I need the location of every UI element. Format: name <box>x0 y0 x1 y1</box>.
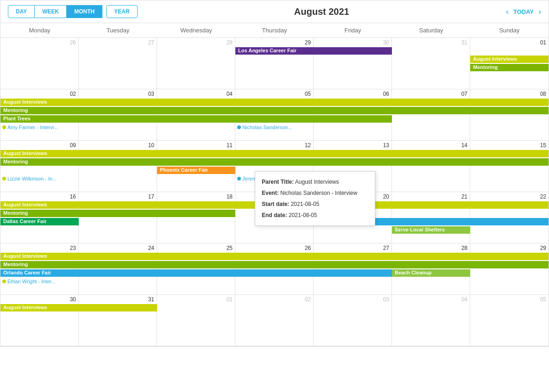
week-row-5: 23 24 25 26 27 28 29 August Interviews M… <box>0 243 549 295</box>
event-mentoring-w4[interactable]: Mentoring <box>0 210 235 217</box>
day-cell: 13 <box>314 141 392 192</box>
calendar-title: August 2021 <box>138 6 506 17</box>
dot-amy-farmer <box>2 125 6 129</box>
header-sunday: Sunday <box>470 23 549 37</box>
day-cell: 10 <box>79 141 157 192</box>
event-aug-interviews-w6[interactable]: August Interviews <box>0 304 157 311</box>
day-cell: 12 <box>235 141 314 192</box>
event-jeremiah[interactable]: Jeremiah... <box>237 175 394 182</box>
week-row-3: 09 10 11 12 13 14 15 August Interviews M… <box>0 141 549 192</box>
event-ethan-wright[interactable]: Ethan Wright - Inter... <box>2 278 79 285</box>
day-cell: 24 <box>79 243 157 294</box>
day-cell: 02 <box>235 295 314 346</box>
day-cell: 17 <box>79 192 157 243</box>
day-cell: 14 <box>392 141 470 192</box>
header-wednesday: Wednesday <box>157 23 235 37</box>
event-dallas-career-fair[interactable]: Dallas Career Fair <box>0 218 79 225</box>
day-cell: 11 <box>157 141 235 192</box>
today-button[interactable]: TODAY <box>513 8 534 15</box>
week-row-2: 02 03 04 05 06 07 08 August Interviews M… <box>0 89 549 141</box>
day-cell: 04 <box>157 89 235 140</box>
day-cell: 03 <box>314 295 392 346</box>
day-cell: 23 <box>0 243 79 294</box>
event-aug-interviews-w5[interactable]: August Interviews <box>0 253 549 260</box>
day-cell: 04 <box>392 295 470 346</box>
event-lizzie-wilkinson[interactable]: Lizzie Wilkinson - In... <box>2 175 79 182</box>
day-cell: 31 <box>392 38 470 89</box>
event-phoenix-career-fair[interactable]: Phoenix Career Fair <box>157 167 235 174</box>
next-button[interactable]: › <box>538 7 541 17</box>
dot-nicholas <box>237 125 241 129</box>
day-cell: 27 <box>314 243 392 294</box>
event-aug-interviews-w2[interactable]: August Interviews <box>0 99 549 106</box>
view-selector: DAY WEEK MONTH YEAR <box>8 5 138 18</box>
day-cell: 25 <box>157 243 235 294</box>
day-cell: 26 <box>235 243 314 294</box>
week-view-button[interactable]: WEEK <box>35 5 67 18</box>
day-cell: 07 <box>392 89 470 140</box>
event-la-career-fair[interactable]: Los Angeles Career Fair <box>235 47 392 55</box>
week-row-4: 16 17 18 19 20 21 22 August Interviews M… <box>0 192 549 243</box>
day-cell: 09 <box>0 141 79 192</box>
day-cell: 19 <box>235 192 314 243</box>
event-aug-interviews-w4[interactable]: August Interviews <box>0 201 549 209</box>
event-amy-farmer[interactable]: Amy Farmer - Intervi... <box>2 124 79 131</box>
prev-button[interactable]: ‹ <box>506 7 509 17</box>
day-cell: 27 <box>79 38 157 89</box>
day-cell: 28 <box>392 243 470 294</box>
day-cell: 05 <box>235 89 314 140</box>
event-mentoring-w3[interactable]: Mentoring <box>0 158 549 166</box>
day-cell: 26 <box>0 38 79 89</box>
day-cell: 05 <box>470 295 549 346</box>
day-cell: 20 <box>314 192 392 243</box>
event-orlando-career-fair-w5[interactable]: Orlando Career Fair <box>0 269 392 277</box>
day-cell: 16 <box>0 192 79 243</box>
event-mentoring-w2[interactable]: Mentoring <box>0 107 549 114</box>
calendar-body: 26 27 28 29 30 31 01 Los Angeles Career … <box>0 38 549 346</box>
header-saturday: Saturday <box>392 23 470 37</box>
event-nicholas-sanderson[interactable]: Nicholas Sanderson... <box>237 124 314 131</box>
day-view-button[interactable]: DAY <box>8 5 35 18</box>
header-thursday: Thursday <box>235 23 314 37</box>
day-cell: 22 <box>470 192 549 243</box>
day-cell: 29 <box>235 38 314 89</box>
event-mentoring-w1[interactable]: Mentoring <box>470 64 549 71</box>
header-tuesday: Tuesday <box>79 23 157 37</box>
event-plant-trees[interactable]: Plant Trees <box>0 115 392 123</box>
calendar-header: DAY WEEK MONTH YEAR August 2021 ‹ TODAY … <box>0 0 549 23</box>
calendar-container: DAY WEEK MONTH YEAR August 2021 ‹ TODAY … <box>0 0 549 347</box>
day-cell: 03 <box>79 89 157 140</box>
day-cell: 31 <box>79 295 157 346</box>
day-cell: 08 <box>470 89 549 140</box>
day-cell: 29 <box>470 243 549 294</box>
day-cell: 18 <box>157 192 235 243</box>
navigation-controls: ‹ TODAY › <box>506 7 541 17</box>
header-monday: Monday <box>0 23 79 37</box>
month-view-button[interactable]: MONTH <box>67 5 102 18</box>
day-cell: 21 <box>392 192 470 243</box>
day-cell: 01 <box>470 38 549 89</box>
event-aug-interviews-w1[interactable]: August Interviews <box>470 56 549 63</box>
event-orlando-career-fair-w4[interactable]: Orlando Career Fair <box>314 218 549 225</box>
year-view-button[interactable]: YEAR <box>106 5 137 18</box>
header-friday: Friday <box>314 23 392 37</box>
week-row-1: 26 27 28 29 30 31 01 Los Angeles Career … <box>0 38 549 89</box>
day-cell: 02 <box>0 89 79 140</box>
day-cell: 15 <box>470 141 549 192</box>
day-cell: 01 <box>157 295 235 346</box>
day-headers: Monday Tuesday Wednesday Thursday Friday… <box>0 23 549 38</box>
event-aug-interviews-w3[interactable]: August Interviews <box>0 150 549 157</box>
event-beach-cleanup[interactable]: Beach Cleanup <box>392 269 470 277</box>
day-cell: 06 <box>314 89 392 140</box>
week-row-6: 30 31 01 02 03 04 05 August Interviews <box>0 295 549 346</box>
event-serve-local-shelters[interactable]: Serve Local Shelters <box>392 226 470 234</box>
day-cell: 30 <box>314 38 392 89</box>
day-cell: 30 <box>0 295 79 346</box>
day-cell: 28 <box>157 38 235 89</box>
event-mentoring-w5[interactable]: Mentoring <box>0 261 549 268</box>
